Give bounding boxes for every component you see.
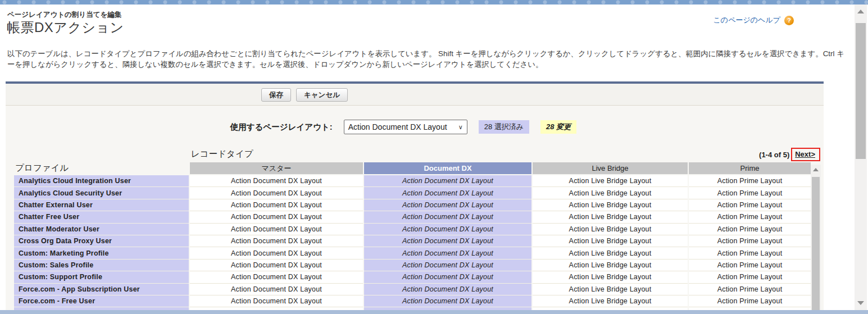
table-row: Force.com - App Subscription User Action… [14,284,811,295]
layout-cell-prime[interactable]: Action Prime Layout [689,284,811,295]
layout-cell-prime[interactable]: Action Prime Layout [689,211,811,223]
layout-cell-prime[interactable]: Action Prime Layout [689,235,811,247]
layout-cell-live-bridge[interactable]: Action Live Bridge Layout [533,235,688,247]
layout-cell-document-dx[interactable]: Action Document DX Layout [364,271,531,283]
table-vertical-scrollbar[interactable] [811,165,821,310]
profile-cell: Analytics Cloud Security User [14,187,189,199]
page-vertical-scrollbar[interactable] [855,4,867,310]
selected-count-badge: 28 選択済み [479,120,529,134]
record-type-label: レコードタイプ [191,148,253,160]
column-header-prime[interactable]: Prime [689,162,811,174]
layout-cell-document-dx[interactable]: Action Document DX Layout [364,187,531,199]
window-bottom-border [0,310,868,314]
layout-cell-prime[interactable]: Action Prime Layout [689,224,811,235]
scroll-up-icon[interactable] [813,168,819,171]
layout-assignment-table: プロファイル マスター Document DX Live Bridge Prim… [14,162,811,310]
table-row: Force.com - Free User Action Document DX… [14,295,811,307]
layout-cell-document-dx[interactable]: Action Document DX Layout [364,224,531,235]
pagination-range: (1-4 of 5) [759,151,789,159]
table-body: Analytics Cloud Integration User Action … [14,175,811,310]
layout-cell-prime[interactable]: Action Prime Layout [689,175,811,187]
layout-cell-document-dx[interactable]: Action Document DX Layout [364,247,531,259]
layout-cell-live-bridge[interactable]: Action Live Bridge Layout [533,199,688,211]
pagination: (1-4 of 5) Next> [759,148,820,161]
layout-cell-master[interactable]: Action Document DX Layout [190,211,363,223]
table-row: Analytics Cloud Security User Action Doc… [14,187,811,199]
layout-cell-live-bridge[interactable]: Action Live Bridge Layout [533,260,688,271]
layout-cell-master[interactable]: Action Document DX Layout [190,284,363,295]
layout-cell-document-dx[interactable]: Action Document DX Layout [364,284,531,295]
column-header-master[interactable]: マスター [190,162,363,174]
layout-cell-master[interactable]: Action Document DX Layout [190,295,363,307]
profile-cell: Analytics Cloud Integration User [14,175,189,187]
layout-cell-live-bridge[interactable]: Action Live Bridge Layout [533,211,688,223]
profile-cell: Chatter Moderator User [14,224,189,235]
layout-picker-label: 使用するページレイアウト: [230,122,333,133]
layout-cell-live-bridge[interactable]: Action Live Bridge Layout [533,224,688,235]
layout-cell-prime[interactable]: Action Prime Layout [689,247,811,259]
layout-cell-master[interactable]: Action Document DX Layout [190,224,363,235]
table-row: Custom: Support Profile Action Document … [14,271,811,283]
layout-cell-prime[interactable]: Action Prime Layout [689,187,811,199]
layout-cell-live-bridge[interactable]: Action Live Bridge Layout [533,247,688,259]
scroll-up-icon[interactable] [857,10,864,13]
profile-column-header: プロファイル [14,162,189,174]
profile-cell: Force.com - Free User [14,295,189,307]
table-row: Chatter Free User Action Document DX Lay… [14,211,811,223]
help-area: このページのヘルプ ? [714,15,794,25]
profile-cell: Chatter Free User [14,211,189,223]
layout-picker-row: 使用するページレイアウト: Action Document DX Layout … [6,120,801,134]
layout-cell-master[interactable]: Action Document DX Layout [190,175,363,187]
table-row: Chatter External User Action Document DX… [14,199,811,211]
layout-cell-live-bridge[interactable]: Action Live Bridge Layout [533,284,688,295]
changed-count-badge: 28 変更 [540,120,576,134]
column-header-live-bridge[interactable]: Live Bridge [533,162,688,174]
layout-select-value: Action Document DX Layout [348,122,447,131]
profile-cell: Custom: Sales Profile [14,260,189,271]
column-header-document-dx[interactable]: Document DX [364,162,531,174]
table-scrollbar-thumb[interactable] [812,177,820,310]
table-row: Chatter Moderator User Action Document D… [14,224,811,235]
layout-cell-live-bridge[interactable]: Action Live Bridge Layout [533,187,688,199]
layout-cell-prime[interactable]: Action Prime Layout [689,295,811,307]
layout-cell-document-dx[interactable]: Action Document DX Layout [364,175,531,187]
table-row: Custom: Sales Profile Action Document DX… [14,260,811,271]
table-header-row: プロファイル マスター Document DX Live Bridge Prim… [14,162,811,174]
layout-select[interactable]: Action Document DX Layout ∨ [344,120,467,134]
profile-cell: Custom: Support Profile [14,271,189,283]
page-description: 以下のテーブルは、レコードタイプとプロファイルの組み合わせごとに割り当てられたペ… [7,48,851,70]
table-row: Cross Org Data Proxy User Action Documen… [14,235,811,247]
chevron-down-icon: ∨ [458,124,463,131]
layout-cell-document-dx[interactable]: Action Document DX Layout [364,199,531,211]
layout-cell-master[interactable]: Action Document DX Layout [190,235,363,247]
scroll-down-icon[interactable] [857,301,864,305]
layout-cell-prime[interactable]: Action Prime Layout [689,271,811,283]
layout-cell-document-dx[interactable]: Action Document DX Layout [364,295,531,307]
button-toolbar: 保存 キャンセル [6,84,824,106]
next-page-link[interactable]: Next> [795,150,815,158]
layout-cell-live-bridge[interactable]: Action Live Bridge Layout [533,295,688,307]
layout-cell-master[interactable]: Action Document DX Layout [190,199,363,211]
layout-cell-document-dx[interactable]: Action Document DX Layout [364,260,531,271]
layout-cell-live-bridge[interactable]: Action Live Bridge Layout [533,271,688,283]
table-row: Analytics Cloud Integration User Action … [14,175,811,187]
layout-cell-document-dx[interactable]: Action Document DX Layout [364,211,531,223]
save-button[interactable]: 保存 [261,88,291,102]
layout-cell-prime[interactable]: Action Prime Layout [689,260,811,271]
page-title: 帳票DXアクション [7,19,124,37]
cancel-button[interactable]: キャンセル [296,88,348,102]
layout-cell-master[interactable]: Action Document DX Layout [190,187,363,199]
profile-cell: Custom: Marketing Profile [14,247,189,259]
profile-cell: Cross Org Data Proxy User [14,235,189,247]
layout-cell-master[interactable]: Action Document DX Layout [190,247,363,259]
page-scrollbar-thumb[interactable] [856,23,866,159]
help-question-icon[interactable]: ? [784,16,794,25]
window-top-border [0,0,868,4]
layout-cell-document-dx[interactable]: Action Document DX Layout [364,235,531,247]
layout-cell-master[interactable]: Action Document DX Layout [190,271,363,283]
layout-cell-live-bridge[interactable]: Action Live Bridge Layout [533,175,688,187]
layout-cell-master[interactable]: Action Document DX Layout [190,260,363,271]
help-link[interactable]: このページのヘルプ [714,15,780,25]
layout-cell-prime[interactable]: Action Prime Layout [689,199,811,211]
profile-cell: Force.com - App Subscription User [14,284,189,295]
